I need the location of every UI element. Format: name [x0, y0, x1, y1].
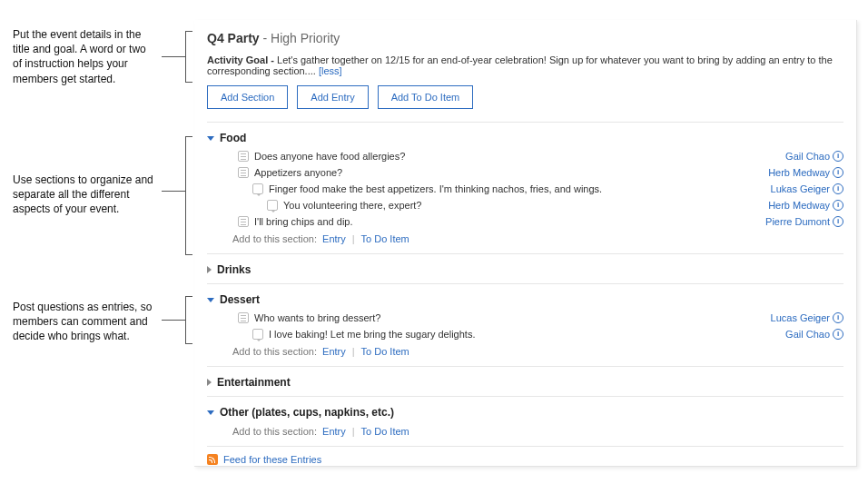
entry-author[interactable]: Pierre Dumonti: [765, 216, 843, 227]
comment-icon: [252, 329, 263, 340]
entry-author[interactable]: Herb Medwayi: [768, 167, 843, 178]
comment-text: Finger food make the best appetizers. I'…: [269, 183, 771, 194]
add-section-button[interactable]: Add Section: [207, 85, 288, 109]
add-todo-link[interactable]: To Do Item: [361, 426, 409, 437]
comment-author[interactable]: Gail Chaoi: [785, 329, 843, 340]
section-title: Dessert: [220, 293, 260, 306]
section-title: Drinks: [217, 263, 251, 276]
section-other: Other (plates, cups, napkins, etc.) Add …: [207, 402, 843, 442]
info-icon: i: [833, 329, 843, 340]
divider: [207, 446, 843, 447]
entry-row[interactable]: I'll bring chips and dip. Pierre Dumonti: [212, 213, 843, 230]
entry-author[interactable]: Lucas Geigeri: [771, 312, 843, 323]
comment-author[interactable]: Herb Medwayi: [768, 200, 843, 211]
info-icon: i: [833, 151, 843, 162]
entry-text: Who wants to bring dessert?: [254, 312, 771, 323]
entry-icon: [238, 312, 249, 323]
chevron-right-icon: [207, 379, 212, 386]
section-title: Food: [220, 132, 246, 144]
annotation-bracket-line: [185, 343, 192, 344]
comment-icon: [267, 200, 278, 211]
entry-author[interactable]: Gail Chaoi: [785, 151, 843, 162]
goal-label: Activity Goal -: [207, 54, 277, 65]
annotation-sections: Use sections to organize and separate al…: [13, 173, 158, 217]
annotation-bracket-line: [162, 191, 185, 192]
annotation-bracket-line: [185, 136, 186, 254]
goal-less-toggle[interactable]: [less]: [319, 65, 342, 76]
add-to-section: Add to this section: Entry | To Do Item: [212, 342, 843, 362]
entry-text: I'll bring chips and dip.: [254, 216, 765, 227]
info-icon: i: [833, 167, 843, 178]
section-header-food[interactable]: Food: [207, 128, 843, 148]
section-body: Who wants to bring dessert? Lucas Geiger…: [207, 310, 843, 362]
entry-row[interactable]: Does anyone have food allergies? Gail Ch…: [212, 148, 843, 164]
add-todo-link[interactable]: To Do Item: [361, 346, 409, 357]
separator: |: [352, 346, 355, 357]
chevron-down-icon: [207, 410, 214, 415]
comment-row[interactable]: I love baking! Let me bring the sugary d…: [212, 326, 843, 342]
comment-text: I love baking! Let me bring the sugary d…: [269, 329, 785, 340]
entry-row[interactable]: Appetizers anyone? Herb Medwayi: [212, 164, 843, 181]
divider: [207, 366, 843, 367]
section-title: Entertainment: [217, 376, 291, 389]
entry-icon: [238, 216, 249, 227]
add-to-section: Add to this section: Entry | To Do Item: [212, 230, 843, 250]
info-icon: i: [833, 183, 843, 194]
annotation-bracket-line: [185, 254, 192, 255]
section-drinks: Drinks: [207, 260, 843, 280]
feed-link[interactable]: Feed for these Entries: [207, 454, 843, 465]
section-entertainment: Entertainment: [207, 372, 843, 392]
section-header-other[interactable]: Other (plates, cups, napkins, etc.): [207, 402, 843, 422]
action-button-row: Add Section Add Entry Add To Do Item: [207, 85, 843, 109]
divider: [207, 122, 843, 123]
add-todo-button[interactable]: Add To Do Item: [378, 85, 474, 109]
page-title: Q4 Party - High Priority: [207, 31, 843, 45]
annotation-bracket-line: [162, 320, 185, 321]
annotation-bracket-line: [185, 296, 186, 343]
entry-icon: [238, 151, 249, 162]
add-entry-link[interactable]: Entry: [322, 346, 346, 357]
chevron-down-icon: [207, 298, 214, 302]
title-main: Q4 Party: [207, 31, 260, 45]
annotation-title-goal: Put the event details in the title and g…: [13, 27, 158, 86]
activity-goal: Activity Goal - Let's gather together on…: [207, 54, 843, 76]
add-entry-link[interactable]: Entry: [322, 426, 346, 437]
add-todo-link[interactable]: To Do Item: [361, 233, 409, 244]
feed-label: Feed for these Entries: [223, 454, 321, 465]
section-dessert: Dessert Who wants to bring dessert? Luca…: [207, 290, 843, 362]
comment-row[interactable]: You volunteering there, expert? Herb Med…: [212, 197, 843, 213]
comment-author[interactable]: Lukas Geigeri: [771, 183, 843, 194]
annotation-bracket-line: [185, 31, 186, 82]
comment-row[interactable]: Finger food make the best appetizers. I'…: [212, 181, 843, 197]
section-header-drinks[interactable]: Drinks: [207, 260, 843, 280]
add-prefix: Add to this section:: [232, 346, 317, 357]
section-header-entertainment[interactable]: Entertainment: [207, 372, 843, 392]
info-icon: i: [833, 216, 843, 227]
comment-text: You volunteering there, expert?: [283, 200, 768, 211]
entry-icon: [238, 167, 249, 178]
entry-text: Appetizers anyone?: [254, 167, 768, 178]
divider: [207, 253, 843, 254]
entry-text: Does anyone have food allergies?: [254, 151, 785, 162]
chevron-right-icon: [207, 266, 212, 273]
divider: [207, 396, 843, 397]
section-food: Food Does anyone have food allergies? Ga…: [207, 128, 843, 250]
separator: |: [352, 426, 355, 437]
separator: |: [352, 233, 355, 244]
annotation-bracket-line: [185, 136, 192, 137]
add-to-section: Add to this section: Entry | To Do Item: [212, 422, 843, 442]
add-entry-button[interactable]: Add Entry: [297, 85, 368, 109]
add-entry-link[interactable]: Entry: [322, 233, 346, 244]
section-title: Other (plates, cups, napkins, etc.): [220, 406, 394, 419]
annotation-bracket-line: [162, 56, 185, 57]
title-sep: -: [260, 31, 271, 45]
annotation-bracket-line: [185, 82, 192, 83]
section-body: Does anyone have food allergies? Gail Ch…: [207, 148, 843, 250]
section-header-dessert[interactable]: Dessert: [207, 290, 843, 310]
entry-row[interactable]: Who wants to bring dessert? Lucas Geiger…: [212, 310, 843, 326]
activity-pane: Q4 Party - High Priority Activity Goal -…: [194, 20, 857, 467]
info-icon: i: [833, 200, 843, 211]
comment-icon: [252, 183, 263, 194]
chevron-down-icon: [207, 136, 214, 141]
add-prefix: Add to this section:: [232, 233, 317, 244]
